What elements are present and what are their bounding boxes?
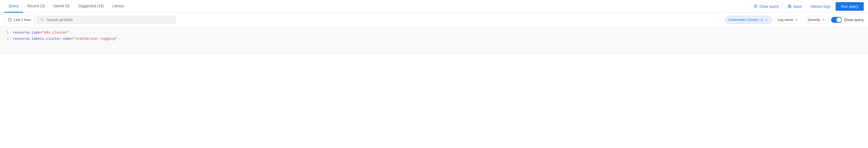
line-number-1: 1 (4, 30, 8, 36)
toggle-label: Show query (844, 18, 864, 22)
code-content-1: resource.type="k8s_cluster" (13, 30, 69, 36)
tab-query[interactable]: Query (4, 0, 23, 13)
tab-recent[interactable]: Recent (3) (23, 0, 49, 13)
toggle-thumb (836, 18, 841, 22)
filter-bar: Last 1 hour Kubernetes Cluster +1 Log na… (0, 13, 868, 27)
line-number-2: 2 (4, 36, 8, 42)
code-value-2: "stackdriver-logging" (73, 37, 117, 41)
stream-logs-button[interactable]: Stream logs (807, 2, 834, 11)
tab-bar: Query Recent (3) Saved (0) Suggested (16… (0, 0, 868, 13)
show-query-toggle[interactable]: Show query (831, 17, 864, 23)
code-key-prefix-1: resource.type (13, 30, 40, 34)
search-icon (40, 18, 44, 22)
time-picker[interactable]: Last 1 hour (4, 16, 34, 24)
chevron-down-icon (765, 18, 769, 22)
save-icon (787, 4, 792, 8)
run-query-button[interactable]: Run query (836, 2, 864, 11)
code-content-2: resource.labels.cluster_name="stackdrive… (13, 36, 117, 42)
chevron-down-icon-3 (822, 18, 826, 22)
code-line-2: 2 resource.labels.cluster_name="stackdri… (4, 36, 864, 42)
log-query-panel: Query Recent (3) Saved (0) Suggested (16… (0, 0, 868, 54)
trash-icon (753, 4, 758, 8)
clear-query-button[interactable]: Clear query (750, 2, 782, 11)
code-key-2: resource.labels.cluster_name (13, 37, 71, 41)
kubernetes-cluster-chip[interactable]: Kubernetes Cluster +1 (725, 16, 772, 24)
search-field[interactable] (37, 16, 176, 24)
query-code-area[interactable]: 1 resource.type="k8s_cluster" 2 resource… (0, 27, 868, 54)
code-value-1: "k8s_cluster" (42, 30, 69, 34)
chevron-down-icon-2 (795, 18, 799, 22)
toolbar-actions: Clear query Save Stream logs Run query (750, 2, 864, 11)
severity-chip[interactable]: Severity (804, 16, 829, 24)
toggle-track[interactable] (831, 17, 842, 23)
filter-chips: Kubernetes Cluster +1 Log name Severity (725, 16, 864, 24)
search-input[interactable] (46, 18, 172, 22)
tab-saved[interactable]: Saved (0) (49, 0, 74, 13)
clock-icon (8, 18, 12, 22)
code-line-1: 1 resource.type="k8s_cluster" (4, 30, 864, 36)
tab-suggested[interactable]: Suggested (16) (74, 0, 108, 13)
save-button[interactable]: Save (784, 2, 805, 11)
log-name-chip[interactable]: Log name (774, 16, 802, 24)
tab-library[interactable]: Library (108, 0, 128, 13)
